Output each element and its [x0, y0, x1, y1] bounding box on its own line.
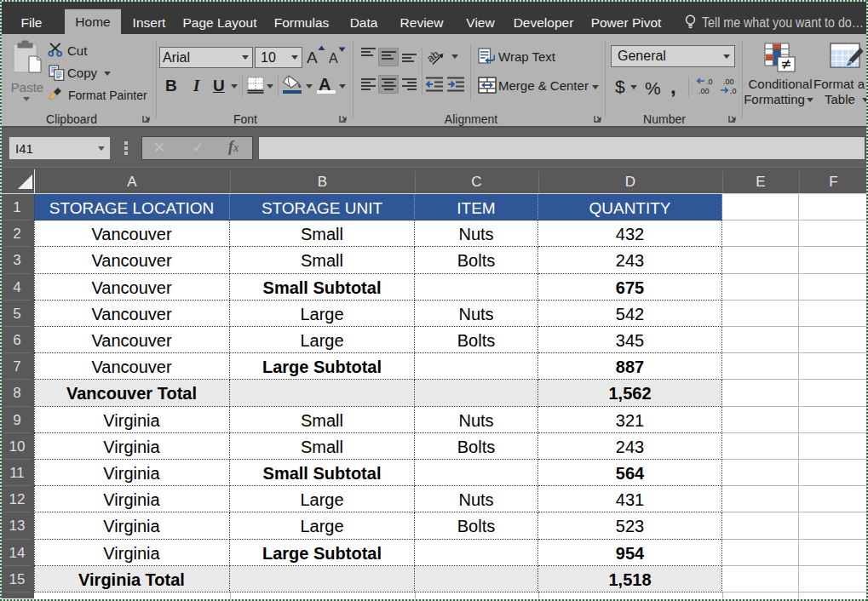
svg-text:.0: .0 [730, 87, 737, 95]
svg-text:.00: .00 [698, 87, 710, 95]
svg-text:.0: .0 [706, 77, 713, 86]
svg-text:.00: .00 [723, 77, 734, 86]
